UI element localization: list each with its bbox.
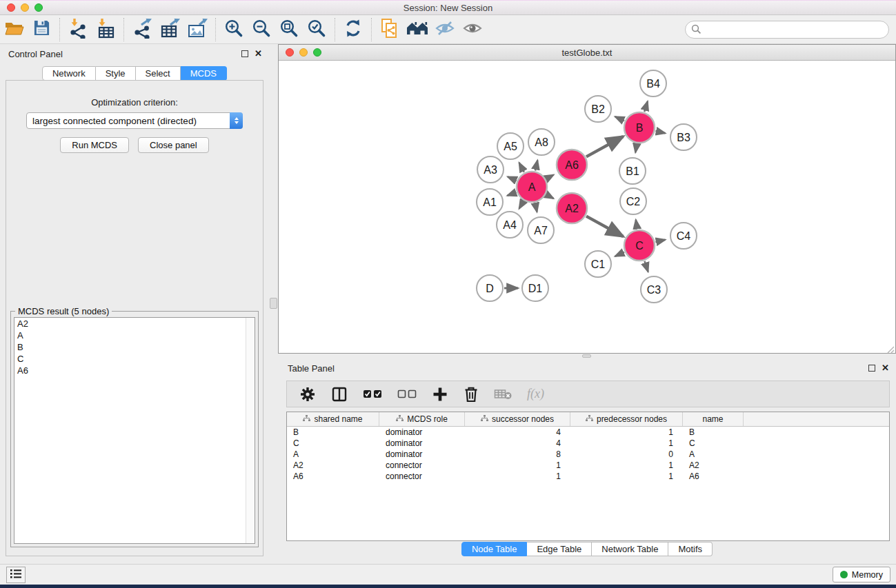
graph-node-A4[interactable]: A4 bbox=[497, 212, 523, 238]
graph-node-C2[interactable]: C2 bbox=[620, 188, 646, 214]
tab-style[interactable]: Style bbox=[96, 66, 136, 81]
result-item[interactable]: C bbox=[14, 353, 255, 365]
edge-A2-C[interactable] bbox=[586, 216, 623, 236]
function-builder-fx-icon[interactable]: f(x) bbox=[527, 387, 544, 401]
graph-node-B2[interactable]: B2 bbox=[585, 96, 611, 122]
result-item[interactable]: A2 bbox=[14, 318, 255, 330]
close-panel-button[interactable]: Close panel bbox=[138, 137, 209, 153]
table-row[interactable]: A6connector11A6 bbox=[287, 471, 889, 482]
float-panel-icon[interactable] bbox=[241, 50, 248, 57]
graph-node-D1[interactable]: D1 bbox=[522, 275, 548, 301]
table-row[interactable]: Adominator80A bbox=[287, 449, 889, 460]
edge-A-A5[interactable] bbox=[519, 163, 524, 172]
graph-node-A3[interactable]: A3 bbox=[477, 156, 504, 183]
edge-C-C3[interactable] bbox=[645, 261, 648, 272]
table-row[interactable]: Cdominator41C bbox=[287, 438, 889, 449]
import-network-button[interactable] bbox=[64, 17, 92, 42]
edge-B-B4[interactable] bbox=[644, 101, 648, 112]
select-all-checks-icon[interactable] bbox=[363, 389, 382, 399]
result-item[interactable]: B bbox=[14, 341, 255, 353]
vertical-split-handle[interactable] bbox=[270, 298, 277, 309]
table-tab-motifs[interactable]: Motifs bbox=[668, 542, 713, 556]
zoom-out-button[interactable] bbox=[248, 17, 275, 42]
edge-C-C1[interactable] bbox=[615, 252, 625, 256]
edge-A-A2[interactable] bbox=[546, 194, 553, 199]
search-input[interactable] bbox=[685, 21, 889, 39]
graph-node-A5[interactable]: A5 bbox=[497, 133, 524, 159]
column-header-predecessor-nodes[interactable]: predecessor nodes bbox=[570, 412, 683, 426]
graph-node-B[interactable]: B bbox=[624, 112, 655, 143]
zoom-selected-button[interactable] bbox=[303, 17, 330, 42]
table-row[interactable]: Bdominator41B bbox=[287, 427, 889, 438]
edge-A-A4[interactable] bbox=[519, 201, 524, 209]
graph-node-C1[interactable]: C1 bbox=[585, 251, 611, 277]
open-session-button[interactable] bbox=[0, 17, 28, 42]
network-document-button[interactable] bbox=[376, 17, 404, 42]
graph-node-A2[interactable]: A2 bbox=[557, 193, 587, 223]
tab-select[interactable]: Select bbox=[136, 66, 181, 81]
export-image-button[interactable] bbox=[183, 17, 211, 42]
close-table-panel-icon[interactable]: ✕ bbox=[882, 365, 889, 372]
edge-A-A6[interactable] bbox=[546, 175, 554, 179]
table-tab-node-table[interactable]: Node Table bbox=[461, 542, 528, 556]
column-header-successor-nodes[interactable]: successor nodes bbox=[465, 412, 570, 426]
graph-node-D[interactable]: D bbox=[477, 275, 503, 301]
network-canvas-svg[interactable]: B4B2BB3A8A5A6A3B1AC2A1A2A4A7C4CC1C3DD1 bbox=[279, 61, 895, 353]
hide-selected-button[interactable] bbox=[431, 17, 459, 42]
edge-A6-B[interactable] bbox=[586, 136, 623, 156]
add-column-plus-icon[interactable] bbox=[432, 386, 448, 403]
float-table-panel-icon[interactable] bbox=[868, 365, 875, 372]
close-panel-icon[interactable]: ✕ bbox=[255, 50, 262, 57]
edge-B-B2[interactable] bbox=[615, 116, 625, 121]
edge-C-C4[interactable] bbox=[655, 240, 665, 242]
split-columns-icon[interactable] bbox=[331, 386, 348, 403]
graph-node-B1[interactable]: B1 bbox=[619, 158, 646, 184]
node-table[interactable]: shared nameMCDS rolesuccessor nodesprede… bbox=[286, 412, 890, 541]
tab-mcds[interactable]: MCDS bbox=[181, 66, 227, 81]
task-history-button[interactable] bbox=[6, 567, 26, 583]
result-item[interactable]: A6 bbox=[14, 365, 255, 376]
mcds-result-list[interactable]: A2ABCA6 bbox=[14, 317, 255, 544]
graph-node-A8[interactable]: A8 bbox=[528, 129, 555, 155]
home-layout-button[interactable] bbox=[404, 17, 431, 42]
tab-network[interactable]: Network bbox=[42, 66, 96, 81]
delete-column-trash-icon[interactable] bbox=[464, 386, 479, 403]
graph-node-A[interactable]: A bbox=[517, 172, 547, 202]
graph-node-B4[interactable]: B4 bbox=[640, 70, 666, 97]
result-item[interactable]: A bbox=[14, 330, 255, 341]
export-network-button[interactable] bbox=[128, 17, 156, 42]
graph-node-A1[interactable]: A1 bbox=[477, 189, 503, 215]
edge-B-B1[interactable] bbox=[635, 144, 637, 153]
column-header-shared-name[interactable]: shared name bbox=[287, 412, 379, 426]
graph-node-A6[interactable]: A6 bbox=[557, 150, 587, 180]
graph-node-C[interactable]: C bbox=[624, 230, 655, 261]
import-table-button[interactable] bbox=[92, 17, 119, 42]
column-header-name[interactable]: name bbox=[683, 412, 744, 426]
delete-table-icon[interactable] bbox=[494, 388, 512, 401]
export-table-button[interactable] bbox=[156, 17, 183, 42]
zoom-in-button[interactable] bbox=[220, 17, 248, 42]
result-scrollbar[interactable] bbox=[246, 318, 255, 543]
edge-A-A8[interactable] bbox=[535, 160, 537, 170]
column-header-MCDS-role[interactable]: MCDS role bbox=[379, 412, 465, 426]
save-session-button[interactable] bbox=[28, 17, 55, 42]
table-tab-edge-table[interactable]: Edge Table bbox=[527, 542, 592, 556]
zoom-fit-button[interactable] bbox=[275, 17, 303, 42]
edge-A-A3[interactable] bbox=[508, 176, 517, 180]
graph-node-B3[interactable]: B3 bbox=[670, 124, 697, 150]
edge-A-A7[interactable] bbox=[535, 203, 537, 212]
criterion-dropdown[interactable]: largest connected component (directed) bbox=[26, 112, 243, 129]
edge-C-C2[interactable] bbox=[636, 220, 637, 230]
deselect-all-boxes-icon[interactable] bbox=[397, 389, 417, 399]
edge-A-A1[interactable] bbox=[507, 192, 516, 196]
graph-node-C4[interactable]: C4 bbox=[670, 223, 697, 249]
memory-button[interactable]: Memory bbox=[833, 567, 890, 582]
graph-node-A7[interactable]: A7 bbox=[528, 217, 554, 243]
show-all-button[interactable] bbox=[459, 17, 486, 42]
graph-node-C3[interactable]: C3 bbox=[641, 276, 667, 303]
refresh-view-button[interactable] bbox=[339, 17, 367, 42]
edge-B-B3[interactable] bbox=[655, 131, 665, 133]
horizontal-split-handle[interactable] bbox=[582, 354, 591, 358]
run-mcds-button[interactable]: Run MCDS bbox=[60, 137, 129, 153]
resize-corner-icon[interactable] bbox=[886, 344, 895, 352]
